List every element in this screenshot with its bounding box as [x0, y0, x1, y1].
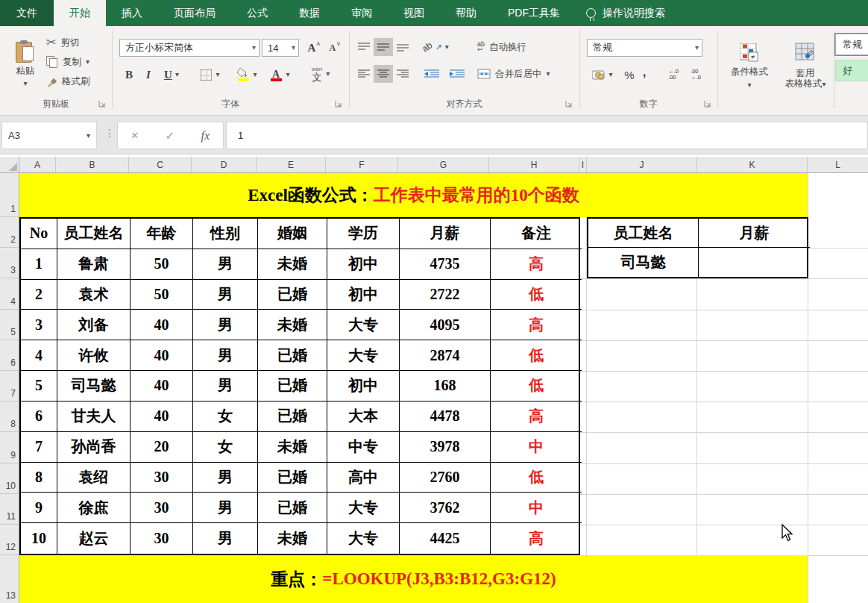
cell[interactable]: 5 — [21, 371, 57, 402]
cell[interactable]: 已婚 — [258, 280, 327, 310]
col-header-B[interactable]: B — [56, 157, 129, 173]
cell[interactable]: 未婚 — [258, 310, 327, 340]
cancel-icon[interactable]: × — [131, 128, 139, 143]
align-top-button[interactable] — [354, 38, 374, 56]
cell[interactable]: 40 — [130, 310, 193, 340]
orientation-button[interactable]: ab ↗ ▾ — [421, 38, 450, 56]
header-cell[interactable]: 年龄 — [130, 219, 193, 249]
row-header-12[interactable]: 12 — [0, 525, 19, 555]
lookup-table[interactable]: 员工姓名 月薪 司马懿 — [587, 217, 808, 278]
col-header-K[interactable]: K — [697, 157, 808, 173]
number-dialog-launcher-icon[interactable] — [704, 100, 713, 109]
align-center-button[interactable] — [374, 65, 393, 83]
cell[interactable]: 大专 — [327, 310, 400, 340]
cell[interactable]: 168 — [400, 371, 491, 402]
cell[interactable]: 3978 — [400, 432, 491, 463]
enter-icon[interactable]: ✓ — [165, 129, 174, 143]
cell[interactable]: 3 — [21, 310, 57, 340]
row-header-13[interactable]: 13 — [0, 555, 19, 603]
number-format-combo[interactable]: 常规 ▾ — [587, 39, 702, 57]
cell[interactable]: 赵云 — [57, 523, 130, 554]
row-header-2[interactable]: 2 — [0, 217, 19, 248]
cell[interactable]: 4095 — [400, 310, 491, 340]
cell[interactable]: 大专 — [327, 340, 400, 371]
phonetic-guide-button[interactable]: wén 文 ▾ — [304, 63, 337, 84]
row-header-7[interactable]: 7 — [0, 371, 19, 402]
tab-pdf-tools[interactable]: PDF工具集 — [492, 0, 576, 26]
cell[interactable]: 徐庶 — [57, 493, 130, 523]
font-name-combo[interactable]: 方正小标宋简体 ▾ — [119, 39, 260, 57]
col-header-H[interactable]: H — [489, 157, 579, 173]
percent-style-button[interactable]: % — [621, 66, 638, 84]
cell[interactable]: 7 — [21, 432, 57, 463]
cell[interactable]: 已婚 — [258, 402, 327, 432]
cell[interactable]: 2 — [21, 280, 57, 310]
cell[interactable]: 低 — [491, 280, 582, 310]
fill-color-button[interactable]: ▾ — [232, 66, 262, 84]
cell[interactable]: 男 — [193, 310, 258, 340]
cell[interactable]: 40 — [130, 371, 193, 402]
italic-button[interactable]: I — [140, 66, 157, 84]
col-header-C[interactable]: C — [129, 157, 192, 173]
tell-me-search[interactable]: 操作说明搜索 — [586, 0, 665, 26]
cell[interactable]: 高中 — [327, 463, 400, 493]
cell[interactable]: 司马懿 — [57, 371, 130, 402]
clipboard-dialog-launcher-icon[interactable] — [98, 100, 107, 109]
col-header-I[interactable]: I — [579, 157, 587, 173]
borders-button[interactable]: ▾ — [196, 66, 224, 84]
formula-bar-grip-icon[interactable]: ⋮ — [104, 127, 115, 139]
tab-view[interactable]: 视图 — [388, 0, 440, 26]
lookup-result-cell[interactable] — [699, 248, 810, 277]
align-right-button[interactable] — [393, 65, 412, 83]
title-banner[interactable]: Excel函数公式：工作表中最常用的10个函数 — [19, 173, 808, 217]
cell[interactable]: 已婚 — [258, 340, 327, 371]
tab-help[interactable]: 帮助 — [440, 0, 492, 26]
cell[interactable]: 30 — [130, 463, 193, 493]
wrap-text-button[interactable]: ab↩ 自动换行 — [477, 38, 559, 56]
row-header-3[interactable]: 3 — [0, 248, 19, 278]
cell[interactable]: 高 — [491, 249, 582, 280]
cell[interactable]: 初中 — [327, 280, 400, 310]
row-header-11[interactable]: 11 — [0, 494, 19, 525]
cell[interactable]: 2760 — [400, 463, 491, 493]
cell[interactable]: 男 — [193, 463, 258, 493]
align-middle-button[interactable] — [374, 38, 393, 56]
alignment-dialog-launcher-icon[interactable] — [565, 100, 574, 109]
cell[interactable]: 女 — [193, 402, 258, 432]
formula-banner[interactable]: 重点：=LOOKUP(J3,B3:B12,G3:G12) — [19, 555, 808, 603]
cell[interactable]: 20 — [130, 432, 193, 463]
font-color-button[interactable]: A ▾ — [265, 66, 294, 84]
cell[interactable]: 4735 — [400, 249, 491, 280]
cell[interactable]: 孙尚香 — [57, 432, 130, 463]
cell[interactable]: 中 — [491, 432, 582, 463]
lookup-header-cell[interactable]: 月薪 — [699, 219, 810, 248]
accounting-format-button[interactable]: ▾ — [588, 66, 617, 84]
cell[interactable]: 男 — [193, 280, 258, 310]
cell[interactable]: 男 — [193, 249, 258, 280]
cell[interactable]: 40 — [130, 402, 193, 432]
cell[interactable]: 男 — [193, 371, 258, 402]
cell[interactable]: 50 — [130, 280, 193, 310]
header-cell[interactable]: 员工姓名 — [57, 219, 130, 249]
cell[interactable]: 大专 — [327, 493, 400, 523]
cell[interactable]: 中 — [491, 493, 582, 523]
align-bottom-button[interactable] — [393, 38, 412, 56]
row-header-9[interactable]: 9 — [0, 432, 19, 463]
tab-data[interactable]: 数据 — [283, 0, 336, 26]
cut-button[interactable]: ✂ 剪切 — [46, 35, 104, 50]
tab-file[interactable]: 文件 — [0, 0, 54, 26]
cell[interactable]: 中专 — [327, 432, 400, 463]
cell[interactable]: 4425 — [400, 523, 491, 554]
increase-decimal-button[interactable]: ←.0 .00 — [663, 66, 684, 84]
cell-style-normal[interactable]: 常规 — [835, 34, 868, 55]
cell[interactable]: 6 — [21, 402, 57, 432]
cell[interactable]: 50 — [130, 249, 193, 280]
tab-formulas[interactable]: 公式 — [231, 0, 283, 26]
cell[interactable]: 男 — [193, 493, 258, 523]
cell[interactable]: 初中 — [327, 371, 400, 402]
employee-table[interactable]: No 员工姓名 年龄 性别 婚姻 学历 月薪 备注 1 鲁肃 50 男 未婚 初… — [19, 217, 580, 555]
format-painter-button[interactable]: 格式刷 — [46, 74, 109, 89]
cell[interactable]: 高 — [491, 402, 582, 432]
col-header-G[interactable]: G — [398, 157, 489, 173]
cell[interactable]: 3762 — [400, 493, 491, 523]
